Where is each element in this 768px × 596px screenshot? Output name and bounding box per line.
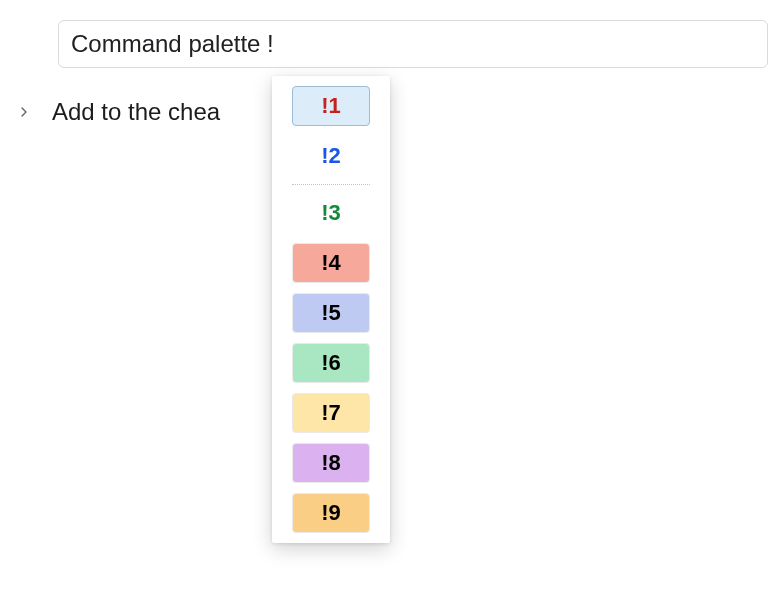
priority-popup: !1 !2 !3 !4 !5 !6 !7 !8 !9 [272, 76, 390, 543]
priority-option-9[interactable]: !9 [292, 493, 370, 533]
priority-option-2[interactable]: !2 [292, 136, 370, 176]
command-palette-input[interactable] [58, 20, 768, 68]
menu-separator [292, 184, 370, 185]
chevron-right-icon [14, 102, 34, 122]
priority-option-4[interactable]: !4 [292, 243, 370, 283]
priority-option-1[interactable]: !1 [292, 86, 370, 126]
priority-option-5[interactable]: !5 [292, 293, 370, 333]
priority-option-3[interactable]: !3 [292, 193, 370, 233]
result-row-label: Add to the chea [52, 98, 220, 126]
priority-option-7[interactable]: !7 [292, 393, 370, 433]
result-row[interactable]: Add to the chea [14, 98, 220, 126]
priority-option-8[interactable]: !8 [292, 443, 370, 483]
priority-option-6[interactable]: !6 [292, 343, 370, 383]
